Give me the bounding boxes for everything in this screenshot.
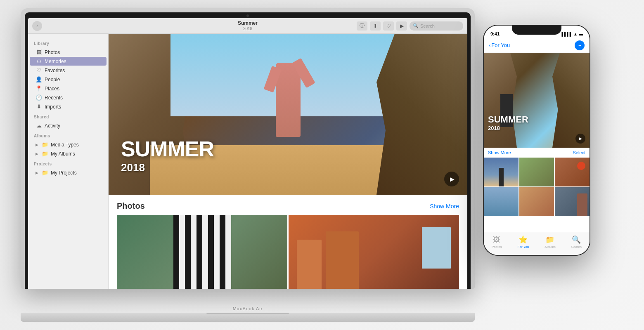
iphone-tab-albums[interactable]: 📁 Albums [545, 235, 556, 249]
play-icon: ▶ [450, 176, 455, 182]
iphone-tab-photos-label: Photos [492, 245, 502, 249]
slideshow-button[interactable]: ▶ [396, 21, 407, 31]
iphone-nav-bar: ‹ For You ••• [484, 38, 590, 53]
memory-hero: SUMMER 2018 ▶ [109, 34, 467, 195]
info-icon: ⓘ [360, 22, 365, 29]
share-icon: ⬆ [373, 23, 377, 29]
iphone-photo-6[interactable] [555, 187, 590, 216]
figure-body [276, 63, 301, 137]
recents-icon: 🕐 [36, 94, 42, 101]
show-more-button[interactable]: Show More [430, 203, 459, 210]
photos-app: ‹ Summer 2018 ⓘ ⬆ [28, 18, 467, 289]
iphone-hero-year: 2018 [488, 125, 528, 131]
more-dots-icon: ••• [578, 43, 580, 47]
iphone-nav-more-button[interactable]: ••• [575, 40, 585, 50]
info-button[interactable]: ⓘ [357, 21, 367, 31]
play-button[interactable]: ▶ [444, 172, 459, 186]
sidebar-item-recents-label: Recents [45, 95, 63, 101]
sidebar-item-photos-label: Photos [45, 50, 60, 55]
photo-grid [117, 215, 459, 289]
hero-text: SUMMER 2018 [121, 138, 214, 174]
sidebar-item-favorites-label: Favorites [45, 68, 65, 73]
iphone-nav-back[interactable]: ‹ For You [489, 42, 510, 48]
photo-item-2[interactable] [289, 215, 459, 289]
imports-icon: ⬇ [36, 104, 42, 110]
sidebar-item-places-label: Places [45, 86, 59, 92]
sidebar-item-memories[interactable]: ⊙ Memories [30, 57, 107, 66]
iphone-play-button[interactable]: ▶ [575, 134, 585, 144]
iphone-photo-2[interactable] [519, 158, 554, 186]
search-placeholder: Search [420, 24, 435, 28]
sidebar-item-my-albums-label: My Albums [51, 151, 75, 157]
iphone-hero-text: SUMMER 2018 [488, 115, 528, 131]
people-icon: 👤 [36, 76, 42, 82]
media-types-icon: 📁 [42, 141, 48, 148]
macbook-label: MacBook Air [233, 306, 263, 311]
iphone-photo-grid [484, 158, 590, 217]
favorites-icon: ♡ [36, 67, 42, 73]
iphone-tab-photos[interactable]: 🖼 Photos [492, 236, 502, 249]
photo-item-1[interactable] [117, 215, 287, 289]
sidebar-section-library: Library [28, 38, 108, 47]
iphone-time: 9:41 [490, 31, 500, 36]
photos-icon: 🖼 [36, 49, 42, 55]
sidebar-item-my-projects[interactable]: ▶ 📁 My Projects [30, 168, 107, 177]
sidebar-item-recents[interactable]: 🕐 Recents [30, 93, 107, 102]
sidebar-item-my-albums[interactable]: ▶ 📁 My Albums [30, 149, 107, 158]
iphone-nav-back-label: For You [491, 42, 510, 48]
sidebar-item-media-types[interactable]: ▶ 📁 Media Types [30, 140, 107, 149]
sidebar-item-photos[interactable]: 🖼 Photos [30, 48, 107, 57]
sidebar-section-projects: Projects [28, 158, 108, 168]
camera-dot [246, 14, 249, 17]
sidebar-item-imports-label: Imports [45, 104, 61, 110]
iphone-hero: SUMMER 2018 ▶ [484, 53, 590, 148]
iphone-photo-3[interactable] [555, 158, 590, 186]
iphone-select[interactable]: Select [573, 150, 585, 155]
sidebar-item-memories-label: Memories [45, 59, 66, 64]
search-bar[interactable]: 🔍 Search [410, 21, 463, 31]
search-icon: 🔍 [413, 23, 419, 28]
sidebar-item-people[interactable]: 👤 People [30, 75, 107, 84]
share-button[interactable]: ⬆ [370, 21, 381, 31]
iphone-show-more[interactable]: Show More [488, 150, 511, 155]
titlebar: ‹ Summer 2018 ⓘ ⬆ [28, 18, 467, 34]
iphone-back-chevron: ‹ [489, 42, 490, 48]
hero-title: SUMMER [121, 138, 214, 160]
wifi-icon: ▲ [573, 32, 578, 36]
cliff-right [376, 34, 467, 195]
section-title: Photos [117, 201, 145, 211]
window-title: Summer [238, 20, 258, 26]
iphone-tab-search-label: Search [571, 245, 582, 249]
window-subtitle: 2018 [238, 26, 258, 31]
iphone-photo-1[interactable] [484, 158, 519, 186]
sidebar-item-media-types-label: Media Types [51, 142, 79, 148]
favorite-button[interactable]: ♡ [383, 21, 394, 31]
sidebar-item-people-label: People [45, 77, 60, 82]
disclosure-icon-media: ▶ [36, 143, 38, 147]
sidebar-item-activity[interactable]: ☁ Activity [30, 121, 107, 130]
hero-year: 2018 [121, 161, 214, 174]
disclosure-icon-albums: ▶ [36, 152, 38, 156]
iphone-tab-search[interactable]: 🔍 Search [571, 235, 582, 249]
back-button[interactable]: ‹ [32, 21, 42, 31]
activity-icon: ☁ [36, 123, 42, 129]
iphone: 9:41 ▌▌▌▌ ▲ ▬ ‹ For You ••• [483, 25, 590, 256]
macbook-lid: ‹ Summer 2018 ⓘ ⬆ [21, 8, 475, 289]
titlebar-actions: ⓘ ⬆ ♡ ▶ [357, 21, 463, 31]
iphone-tab-for-you[interactable]: ⭐ For You [518, 235, 529, 249]
titlebar-title: Summer 2018 [238, 20, 258, 31]
iphone-tab-bar: 🖼 Photos ⭐ For You 📁 Albums 🔍 Search [484, 232, 590, 255]
sidebar-item-imports[interactable]: ⬇ Imports [30, 102, 107, 111]
iphone-tab-albums-icon: 📁 [545, 235, 554, 244]
iphone-photo-4[interactable] [484, 187, 519, 216]
iphone-notch [512, 25, 561, 35]
iphone-section-header: Show More Select [484, 148, 590, 158]
sidebar-item-favorites[interactable]: ♡ Favorites [30, 66, 107, 75]
signal-icon: ▌▌▌▌ [562, 32, 573, 36]
macbook-screen: ‹ Summer 2018 ⓘ ⬆ [28, 18, 467, 289]
places-icon: 📍 [36, 85, 42, 92]
sidebar-item-places[interactable]: 📍 Places [30, 84, 107, 93]
iphone-status-icons: ▌▌▌▌ ▲ ▬ [562, 32, 583, 36]
main-content: SUMMER 2018 ▶ [109, 34, 467, 289]
iphone-photo-5[interactable] [519, 187, 554, 216]
